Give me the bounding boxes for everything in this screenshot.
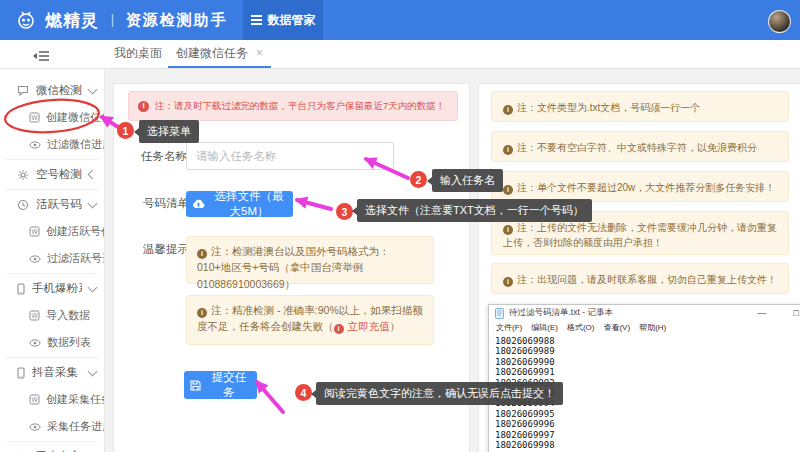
sidebar-item-create-active-task[interactable]: W 创建活跃号任务 — [0, 218, 104, 245]
notice-contact-support: 注：出现问题，请及时联系客服，切勿自己重复上传文件！ — [491, 263, 789, 294]
logo-icon — [14, 8, 38, 32]
save-icon — [190, 380, 201, 391]
phone-number-line: 18026069996 — [495, 419, 800, 429]
choose-file-button[interactable]: 选择文件（最大5M） — [186, 191, 293, 217]
notepad-menubar: 文件(F) 编辑(E) 格式(O) 查看(V) 帮助(H) — [489, 321, 800, 334]
history-icon — [17, 199, 29, 211]
chevron-left-icon — [88, 170, 98, 180]
sidebar-item-filter-wechat-progress[interactable]: 过滤微信进度 — [0, 131, 104, 158]
gear-icon — [17, 169, 29, 181]
notepad-titlebar: 待过滤号码清单.txt - 记事本 — □ — [489, 305, 800, 321]
task-name-label: 任务名称* — [141, 149, 192, 164]
notepad-window: 待过滤号码清单.txt - 记事本 — □ 文件(F) 编辑(E) 格式(O) … — [488, 304, 800, 452]
info-icon — [197, 308, 207, 318]
sidebar-item-import-data[interactable]: W 导入数据 — [0, 302, 104, 329]
phone-number-line: 18026069995 — [495, 409, 800, 419]
menu-format[interactable]: 格式(O) — [567, 322, 595, 333]
format-tip: 注：检测港澳台以及国外号码格式为：010+地区号+号码（拿中国台湾举例01088… — [186, 236, 434, 284]
sidebar-item-label: 过滤微信进度 — [47, 137, 104, 152]
close-icon[interactable]: × — [256, 46, 263, 60]
phone-number-line: 18026069989 — [495, 346, 800, 356]
info-icon — [197, 249, 207, 259]
sidebar-group-phone-fans-system[interactable]: 手机爆粉系统 — [0, 275, 104, 302]
menu-file[interactable]: 文件(F) — [496, 322, 522, 333]
phone-number-line: 18026069990 — [495, 357, 800, 367]
chevron-down-icon — [88, 84, 98, 94]
sidebar-group-empty-number-check[interactable]: 空号检测 — [0, 161, 104, 188]
sidebar-group-wechat-check[interactable]: 微信检测 — [0, 77, 104, 104]
eye-icon — [29, 141, 41, 149]
tab-label: 创建微信任务 — [176, 45, 248, 62]
chevron-down-icon — [88, 198, 98, 208]
phone-number-line: 18026069997 — [495, 430, 800, 440]
sidebar-item-data-list[interactable]: 数据列表 — [0, 329, 104, 356]
app-header: 燃精灵 ｜ 资源检测助手 数据管家 — [0, 0, 800, 40]
divider — [6, 159, 98, 160]
tab-create-wechat-task[interactable]: 创建微信任务 × — [168, 40, 271, 68]
avatar[interactable] — [768, 10, 791, 33]
tab-my-desktop[interactable]: 我的桌面 — [114, 40, 162, 66]
sidebar-item-label: 创建微信任务 — [46, 110, 104, 125]
divider — [6, 357, 98, 358]
sidebar-item-collect-task-progress[interactable]: 采集任务进度 — [0, 413, 104, 440]
task-name-input[interactable] — [186, 142, 394, 170]
retention-alert-text: 注：请及时下载过滤完的数据，平台只为客户保留最近7天内的数据！ — [155, 100, 445, 113]
info-icon — [503, 145, 513, 155]
brand: 燃精灵 ｜ 资源检测助手 — [14, 0, 228, 40]
nav-data-manager[interactable]: 数据管家 — [243, 0, 323, 40]
eye-icon — [29, 339, 41, 347]
chevron-down-icon — [88, 366, 98, 376]
info-icon — [138, 101, 149, 112]
eye-icon — [29, 255, 41, 263]
info-icon — [334, 324, 344, 334]
phone-icon — [17, 283, 25, 295]
menu-edit[interactable]: 编辑(E) — [531, 322, 558, 333]
annotation-tooltip-1: 选择菜单 — [139, 120, 199, 143]
doc-w-icon: W — [29, 310, 40, 321]
submit-task-label: 提交任务 — [207, 370, 251, 400]
sidebar-item-label: 创建活跃号任务 — [46, 224, 104, 239]
divider — [6, 189, 98, 190]
submit-task-button[interactable]: 提交任务 — [184, 371, 257, 399]
sidebar-collapse-icon[interactable] — [33, 48, 50, 66]
annotation-badge-1: 1 — [117, 122, 134, 139]
sidebar-item-label: 采集任务进度 — [47, 419, 104, 434]
sidebar-group-douyin-collect[interactable]: 抖音采集 — [0, 359, 104, 386]
divider — [6, 441, 98, 442]
sidebar-group-label: 手机爆粉系统 — [32, 281, 82, 296]
annotation-badge-4: 4 — [295, 384, 312, 401]
annotation-tooltip-2: 输入任务名 — [432, 169, 503, 192]
upload-cloud-icon — [192, 199, 205, 209]
menu-view[interactable]: 查看(V) — [603, 322, 630, 333]
sidebar-item-create-collect-task[interactable]: W 创建采集任务 — [0, 386, 104, 413]
minimize-icon[interactable]: — — [758, 309, 767, 318]
comment-icon — [17, 85, 29, 96]
phone-number-line: 18026069991 — [495, 367, 800, 377]
accuracy-tip: 注：精准检测 - 准确率:90%以上，如果扫描额度不足，任务将会创建失败（立即充… — [186, 295, 434, 345]
annotation-badge-3: 3 — [336, 203, 353, 220]
info-icon — [503, 185, 513, 195]
tab-bar: 我的桌面 创建微信任务 × — [0, 40, 800, 69]
svg-text:W: W — [31, 228, 38, 235]
annotation-badge-2: 2 — [410, 171, 427, 188]
sidebar-item-filter-active-progress[interactable]: 过滤活跃号进度 — [0, 245, 104, 272]
recharge-link[interactable]: 立即充值 — [348, 320, 390, 332]
phone-number-line: 18026069998 — [495, 440, 800, 450]
hamburger-icon — [251, 15, 262, 25]
retention-alert: 注：请及时下载过滤完的数据，平台只为客户保留最近7天内的数据！ — [128, 91, 458, 121]
format-tip-text: 注：检测港澳台以及国外号码格式为：010+地区号+号码（拿中国台湾举例01088… — [197, 245, 390, 290]
notice-no-blank-chars: 注：不要有空白字符、中文或特殊字符，以免浪费积分 — [491, 131, 789, 162]
phone-number-line: 18026069988 — [495, 336, 800, 346]
divider — [6, 273, 98, 274]
maximize-icon[interactable]: □ — [794, 309, 799, 318]
notice-file-size-limit: 注：单个文件不要超过20w，大文件推荐分割多任务安排！ — [491, 171, 789, 202]
sidebar-group-user-center[interactable]: 用户中心 — [0, 443, 104, 452]
menu-help[interactable]: 帮助(H) — [639, 322, 666, 333]
eye-icon — [29, 423, 41, 431]
sidebar-item-create-wechat-task[interactable]: W 创建微信任务 — [0, 104, 104, 131]
sidebar-group-active-number-check[interactable]: 活跃号码检测 — [0, 191, 104, 218]
sidebar: 微信检测 W 创建微信任务 过滤微信进度 空号检测 活跃号码检测 W 创建活跃号… — [0, 69, 105, 452]
sidebar-item-label: 过滤活跃号进度 — [47, 251, 104, 266]
doc-w-icon: W — [29, 226, 40, 237]
brand-subtitle: 资源检测助手 — [126, 11, 228, 30]
